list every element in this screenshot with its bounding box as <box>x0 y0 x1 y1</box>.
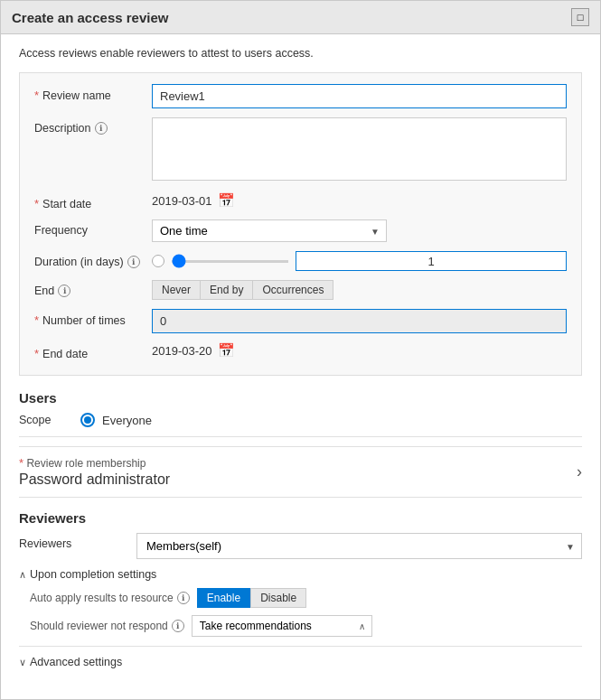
chevron-up-icon: ∧ <box>19 569 26 581</box>
end-endby-button[interactable]: End by <box>201 280 253 300</box>
end-button-group: Never End by Occurrences <box>152 280 567 300</box>
review-name-input[interactable] <box>152 84 567 108</box>
duration-row-inner <box>152 251 567 271</box>
content-area: Access reviews enable reviewers to attes… <box>1 34 600 686</box>
main-window: Create an access review □ Access reviews… <box>0 0 601 700</box>
respond-select-wrap: Take recommendations Approve access Deny… <box>192 615 372 637</box>
duration-radio[interactable] <box>152 255 164 267</box>
title-bar: Create an access review □ <box>1 1 600 34</box>
page-subtitle: Access reviews enable reviewers to attes… <box>19 47 582 60</box>
start-date-value: 2019-03-01 <box>152 194 212 208</box>
description-input-wrap <box>152 117 567 183</box>
reviewers-select[interactable]: Members(self) Owner Selected users <box>136 533 582 559</box>
frequency-select[interactable]: One time Weekly Monthly Quarterly Annual <box>152 219 387 242</box>
end-date-label: * End date <box>34 342 152 360</box>
number-times-input[interactable] <box>152 309 567 333</box>
users-section-header: Users <box>19 390 582 406</box>
calendar-icon-start[interactable]: 📅 <box>218 192 235 209</box>
scope-label: Scope <box>19 414 73 426</box>
window-controls: □ <box>571 8 589 26</box>
required-star-enddate: * <box>34 347 39 360</box>
description-info-icon[interactable]: ℹ <box>95 122 108 135</box>
duration-row: Duration (in days) ℹ <box>34 251 567 271</box>
review-name-row: * Review name <box>34 84 567 108</box>
review-name-label: * Review name <box>34 84 152 102</box>
duration-label: Duration (in days) ℹ <box>34 251 152 268</box>
scope-radio-everyone[interactable] <box>80 413 95 427</box>
respond-info-icon[interactable]: ℹ <box>172 620 184 632</box>
end-buttons-wrap: Never End by Occurrences <box>152 280 567 300</box>
end-info-icon[interactable]: ℹ <box>58 285 70 297</box>
maximize-button[interactable]: □ <box>571 8 589 26</box>
review-name-input-wrap <box>152 84 567 108</box>
scope-value: Everyone <box>102 414 152 427</box>
number-times-label: * Number of times <box>34 309 152 327</box>
reviewers-section: Reviewers Reviewers Members(self) Owner … <box>19 510 582 668</box>
review-role-label: * Review role membership <box>19 456 568 470</box>
required-star-start: * <box>34 197 39 210</box>
disable-button[interactable]: Disable <box>250 588 306 608</box>
end-date-input-wrap: 2019-03-20 📅 <box>152 342 567 359</box>
description-label: Description ℹ <box>34 117 152 135</box>
auto-apply-info-icon[interactable]: ℹ <box>177 592 190 604</box>
number-times-row: * Number of times <box>34 309 567 333</box>
end-never-button[interactable]: Never <box>152 280 201 300</box>
radio-inner <box>84 416 91 424</box>
respond-row: Should reviewer not respond ℹ Take recom… <box>30 615 582 637</box>
required-star-name: * <box>34 89 39 102</box>
end-label: End ℹ <box>34 280 152 297</box>
start-date-row: * Start date 2019-03-01 📅 <box>34 192 567 210</box>
respond-label: Should reviewer not respond ℹ <box>30 620 184 632</box>
window-title: Create an access review <box>12 10 168 25</box>
review-role-section[interactable]: * Review role membership Password admini… <box>19 446 582 498</box>
description-row: Description ℹ <box>34 117 567 183</box>
frequency-dropdown: One time Weekly Monthly Quarterly Annual… <box>152 219 387 242</box>
required-star-times: * <box>34 313 39 327</box>
reviewers-dropdown: Members(self) Owner Selected users ▼ <box>136 533 582 559</box>
respond-select[interactable]: Take recommendations Approve access Deny… <box>192 615 372 637</box>
end-row: End ℹ Never End by Occurrences <box>34 280 567 300</box>
end-date-row: * End date 2019-03-20 📅 <box>34 342 567 360</box>
reviewers-label: Reviewers <box>19 533 136 550</box>
completion-settings-toggle[interactable]: ∧ Upon completion settings <box>19 568 582 581</box>
required-star-role: * <box>19 456 23 470</box>
calendar-icon-end[interactable]: 📅 <box>218 342 235 359</box>
reviewers-select-wrap: Members(self) Owner Selected users ▼ <box>136 533 582 559</box>
users-section: Users Scope Everyone <box>19 390 582 437</box>
start-date-label: * Start date <box>34 192 152 210</box>
frequency-label: Frequency <box>34 219 152 237</box>
end-date-value: 2019-03-20 <box>152 344 212 358</box>
auto-apply-label: Auto apply results to resource ℹ <box>30 592 190 604</box>
duration-number[interactable] <box>296 251 567 271</box>
start-date-input-wrap: 2019-03-01 📅 <box>152 192 567 209</box>
review-role-content: * Review role membership Password admini… <box>19 456 568 488</box>
duration-slider[interactable] <box>172 260 288 263</box>
chevron-right-icon: › <box>568 462 582 481</box>
reviewers-field-row: Reviewers Members(self) Owner Selected u… <box>19 533 582 559</box>
scope-row: Scope Everyone <box>19 413 582 427</box>
duration-info-icon[interactable]: ℹ <box>127 256 140 268</box>
number-times-input-wrap <box>152 309 567 333</box>
enable-button[interactable]: Enable <box>197 588 250 608</box>
description-input[interactable] <box>152 117 567 181</box>
end-occurrences-button[interactable]: Occurrences <box>253 280 333 300</box>
frequency-select-wrap: One time Weekly Monthly Quarterly Annual… <box>152 219 567 242</box>
auto-apply-row: Auto apply results to resource ℹ Enable … <box>30 588 582 608</box>
reviewers-section-header: Reviewers <box>19 510 582 526</box>
duration-control-wrap <box>152 251 567 271</box>
advanced-settings-toggle[interactable]: ∨ Advanced settings <box>19 646 582 668</box>
chevron-down-icon: ∨ <box>19 657 26 668</box>
enable-disable-toggle: Enable Disable <box>197 588 306 608</box>
frequency-row: Frequency One time Weekly Monthly Quarte… <box>34 219 567 242</box>
form-section: * Review name Description ℹ <box>19 72 582 376</box>
divider-users <box>19 436 582 437</box>
review-role-value: Password administrator <box>19 471 568 488</box>
completion-body: Auto apply results to resource ℹ Enable … <box>19 588 582 637</box>
